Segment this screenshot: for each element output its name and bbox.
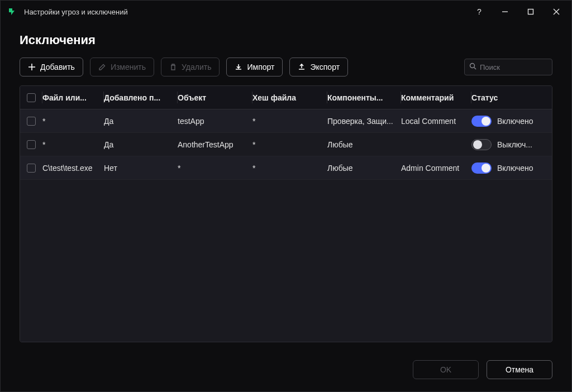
status-toggle[interactable] — [471, 139, 492, 150]
table-row[interactable]: * Да testApp * Проверка, Защи... Local C… — [20, 109, 552, 133]
cell-added: Да — [104, 117, 178, 126]
svg-point-6 — [470, 64, 475, 68]
window-title: Настройки угроз и исключений — [24, 8, 470, 16]
cell-hash: * — [252, 164, 327, 173]
import-button[interactable]: Импорт — [226, 58, 283, 77]
cell-file: C\test\test.exe — [42, 164, 104, 173]
header-checkbox-cell — [20, 86, 42, 109]
edit-label: Изменить — [111, 63, 146, 71]
minimize-button[interactable] — [495, 3, 514, 20]
plus-icon — [28, 63, 36, 71]
search-icon — [469, 62, 476, 72]
trash-icon — [169, 63, 177, 71]
header-status-label: Статус — [471, 93, 498, 102]
add-button[interactable]: Добавить — [20, 58, 83, 77]
cell-components: Любые — [327, 164, 401, 173]
cell-file: * — [42, 117, 104, 126]
import-label: Импорт — [247, 63, 274, 71]
table-row[interactable]: C\test\test.exe Нет * * Любые Admin Comm… — [20, 156, 552, 180]
cell-object: testApp — [178, 117, 252, 126]
cell-object: * — [178, 164, 252, 173]
cell-file: * — [42, 140, 104, 149]
ok-label: OK — [440, 365, 451, 374]
table-empty-area — [20, 180, 552, 342]
svg-line-7 — [474, 68, 476, 70]
header-status[interactable]: Статус — [471, 86, 552, 109]
export-label: Экспорт — [310, 63, 340, 71]
header-object[interactable]: Объект — [178, 86, 252, 109]
cell-hash: * — [252, 140, 327, 149]
titlebar-controls: ? — [470, 3, 566, 20]
header-file[interactable]: Файл или... — [42, 86, 104, 109]
status-label: Включено — [497, 117, 533, 126]
help-button[interactable]: ? — [470, 3, 489, 20]
ok-button[interactable]: OK — [413, 360, 479, 379]
svg-rect-1 — [528, 9, 533, 15]
footer: OK Отмена — [1, 348, 571, 391]
close-button[interactable] — [547, 3, 566, 20]
titlebar: Настройки угроз и исключений ? — [1, 1, 571, 23]
status-toggle[interactable] — [471, 162, 492, 174]
page-title: Исключения — [20, 33, 552, 47]
toolbar: Добавить Изменить Удалить Импорт Экспорт — [20, 58, 552, 77]
delete-label: Удалить — [182, 63, 211, 71]
row-checkbox[interactable] — [27, 117, 36, 126]
cell-added: Да — [104, 140, 178, 149]
header-hash[interactable]: Хеш файла — [252, 86, 327, 109]
app-window: Настройки угроз и исключений ? Исключени… — [0, 0, 572, 392]
cell-comment: Local Comment — [401, 117, 471, 126]
cancel-label: Отмена — [506, 365, 533, 374]
header-added[interactable]: Добавлено п... — [104, 86, 178, 109]
status-label: Выключ... — [497, 140, 532, 149]
cell-hash: * — [252, 117, 327, 126]
select-all-checkbox[interactable] — [27, 93, 36, 102]
import-icon — [235, 63, 242, 71]
cell-added: Нет — [104, 164, 178, 173]
cell-object: AnotherTestApp — [178, 140, 252, 149]
export-icon — [298, 63, 306, 71]
delete-button[interactable]: Удалить — [161, 58, 220, 77]
search-field[interactable] — [464, 59, 552, 75]
table-header-row: Файл или... Добавлено п... Объект Хеш фа… — [20, 86, 552, 109]
content-area: Исключения Добавить Изменить Удалить Имп… — [1, 23, 571, 348]
app-logo-icon — [7, 7, 17, 17]
search-input[interactable] — [480, 63, 572, 71]
exclusions-table: Файл или... Добавлено п... Объект Хеш фа… — [20, 85, 552, 342]
cell-comment: Admin Comment — [401, 164, 471, 173]
status-label: Включено — [497, 164, 533, 173]
table-row[interactable]: * Да AnotherTestApp * Любые Выключ... — [20, 133, 552, 156]
edit-button[interactable]: Изменить — [90, 58, 154, 77]
header-components[interactable]: Компоненты... — [327, 86, 401, 109]
header-comment[interactable]: Комментарий — [401, 86, 471, 109]
cancel-button[interactable]: Отмена — [487, 360, 552, 379]
add-label: Добавить — [40, 63, 75, 71]
maximize-button[interactable] — [521, 3, 540, 20]
status-toggle[interactable] — [471, 116, 492, 127]
export-button[interactable]: Экспорт — [289, 58, 348, 77]
row-checkbox[interactable] — [27, 140, 36, 149]
cell-components: Проверка, Защи... — [327, 117, 401, 126]
cell-components: Любые — [327, 140, 401, 149]
pencil-icon — [98, 63, 106, 71]
row-checkbox[interactable] — [27, 164, 36, 173]
